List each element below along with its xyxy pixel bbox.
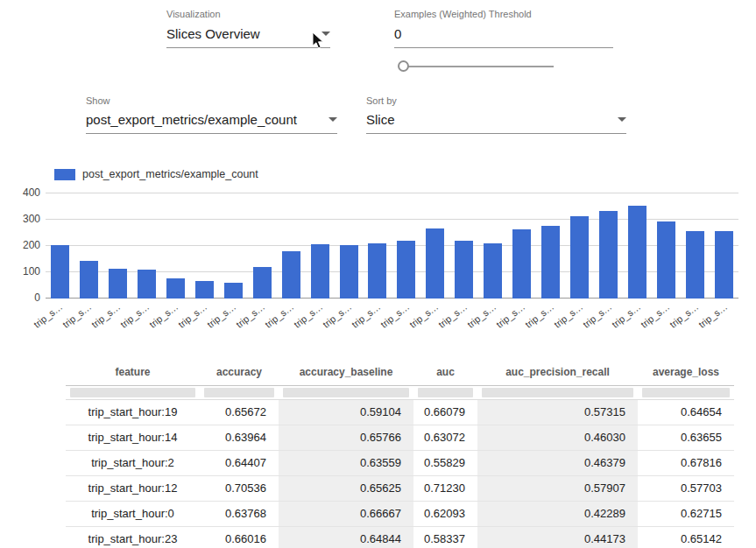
table-row[interactable]: trip_start_hour:140.639640.657660.630720…	[66, 425, 734, 450]
bar-slot	[132, 191, 161, 299]
metric-cell: 0.46030	[477, 425, 638, 450]
metric-cell: 0.67816	[638, 450, 734, 475]
example-count-bar[interactable]	[368, 243, 386, 299]
example-count-bar[interactable]	[195, 281, 214, 299]
metric-cell: 0.64407	[200, 450, 279, 475]
visualization-value: Slices Overview	[166, 26, 260, 41]
metric-cell: 0.64654	[638, 399, 734, 425]
filter-box	[70, 388, 195, 397]
example-count-bar[interactable]	[541, 226, 560, 299]
bar-slot	[219, 191, 248, 299]
column-header-accuracy[interactable]: accuracy	[200, 359, 279, 385]
example-count-bar[interactable]	[628, 206, 646, 299]
bar-slot	[335, 191, 364, 299]
table-row[interactable]: trip_start_hour:120.705360.656250.712300…	[66, 475, 734, 501]
bar-slot	[161, 191, 190, 299]
feature-cell: trip_start_hour:23	[66, 526, 200, 548]
y-axis-tick-label: 400	[7, 186, 40, 199]
example-count-bar[interactable]	[512, 229, 531, 299]
column-header-accuracy_baseline[interactable]: accuracy_baseline	[279, 359, 413, 385]
threshold-slider-track[interactable]	[399, 66, 554, 67]
bar-slot	[507, 191, 536, 299]
example-count-bar[interactable]	[311, 244, 329, 299]
column-header-auc_precision_recall[interactable]: auc_precision_recall	[477, 359, 638, 385]
example-count-bar[interactable]	[686, 231, 704, 299]
threshold-value: 0	[394, 26, 401, 41]
sort-by-dropdown[interactable]: Slice	[366, 112, 626, 134]
example-count-bar[interactable]	[657, 221, 675, 299]
example-count-bar[interactable]	[570, 216, 589, 299]
bar-slot	[392, 191, 420, 299]
metric-cell: 0.70536	[200, 475, 279, 501]
y-axis-tick-label: 0	[7, 292, 40, 304]
bar-slot	[46, 191, 74, 299]
show-metric-dropdown[interactable]: post_export_metrics/example_count	[86, 112, 337, 134]
example-count-bar[interactable]	[80, 261, 98, 299]
example-count-bar[interactable]	[166, 278, 185, 299]
column-header-feature[interactable]: feature	[66, 359, 200, 385]
metric-cell: 0.42289	[477, 501, 638, 526]
metric-cell: 0.62715	[638, 501, 734, 526]
example-count-bar[interactable]	[138, 270, 156, 299]
bar-slot	[478, 191, 507, 299]
filter-cell	[66, 385, 200, 399]
metric-cell: 0.58337	[413, 526, 477, 548]
metric-cell: 0.63768	[200, 501, 279, 526]
filter-cell	[477, 385, 638, 399]
bar-slot	[710, 191, 738, 299]
x-axis-tick-label: trip_s…	[674, 301, 729, 348]
bar-slot	[306, 191, 335, 299]
example-count-bar[interactable]	[224, 283, 243, 299]
bar-slot	[103, 191, 132, 299]
metric-cell: 0.57315	[477, 399, 638, 425]
threshold-input[interactable]: 0	[394, 26, 613, 48]
example-count-bar[interactable]	[455, 241, 473, 299]
example-count-bar[interactable]	[715, 231, 733, 299]
example-count-bar[interactable]	[253, 267, 272, 299]
visualization-dropdown[interactable]: Slices Overview	[166, 26, 330, 48]
bar-slot	[248, 191, 277, 299]
y-axis-tick-label: 300	[7, 213, 40, 225]
filter-box	[642, 388, 730, 397]
metric-cell: 0.59104	[279, 399, 413, 425]
table-row[interactable]: trip_start_hour:190.656720.591040.660790…	[66, 399, 734, 425]
y-axis-tick-label: 200	[7, 239, 40, 251]
bar-slot	[594, 191, 623, 299]
filter-box	[482, 388, 633, 397]
table-row[interactable]: trip_start_hour:00.637680.666670.620930.…	[66, 501, 734, 526]
metric-cell: 0.66667	[279, 501, 413, 526]
feature-cell: trip_start_hour:14	[66, 425, 200, 450]
threshold-slider-thumb[interactable]	[398, 60, 409, 72]
column-header-auc[interactable]: auc	[413, 359, 477, 385]
example-count-bar[interactable]	[599, 211, 618, 299]
example-count-bar[interactable]	[51, 245, 69, 299]
chart-legend: post_export_metrics/example_count	[54, 168, 258, 180]
example-count-bar[interactable]	[340, 245, 358, 299]
metric-cell: 0.46379	[477, 450, 638, 475]
metric-cell: 0.63964	[200, 425, 279, 450]
column-header-average_loss[interactable]: average_loss	[638, 359, 734, 385]
metric-cell: 0.65142	[638, 526, 734, 548]
filter-cell	[279, 385, 413, 399]
example-count-bar[interactable]	[426, 228, 444, 299]
feature-cell: trip_start_hour:19	[66, 399, 200, 425]
bar-slot	[74, 191, 103, 299]
metric-cell: 0.66079	[413, 399, 477, 425]
legend-label: post_export_metrics/example_count	[82, 168, 258, 180]
bar-slot	[623, 191, 652, 299]
filter-box	[418, 388, 473, 397]
legend-swatch	[54, 169, 75, 180]
metrics-table: featureaccuracyaccuracy_baselineaucauc_p…	[66, 359, 734, 548]
table-row[interactable]: trip_start_hour:20.644070.635590.558290.…	[66, 450, 734, 475]
metric-cell: 0.63559	[279, 450, 413, 475]
metric-cell: 0.71230	[413, 475, 477, 501]
bar-slot	[277, 191, 306, 299]
feature-cell: trip_start_hour:0	[66, 501, 200, 526]
example-count-bar[interactable]	[282, 251, 300, 299]
example-count-bar[interactable]	[109, 269, 127, 299]
table-row[interactable]: trip_start_hour:230.660160.648440.583370…	[66, 526, 734, 548]
show-label: Show	[86, 95, 110, 106]
example-count-bar[interactable]	[397, 241, 415, 299]
bar-slot	[681, 191, 710, 299]
example-count-bar[interactable]	[484, 243, 502, 299]
